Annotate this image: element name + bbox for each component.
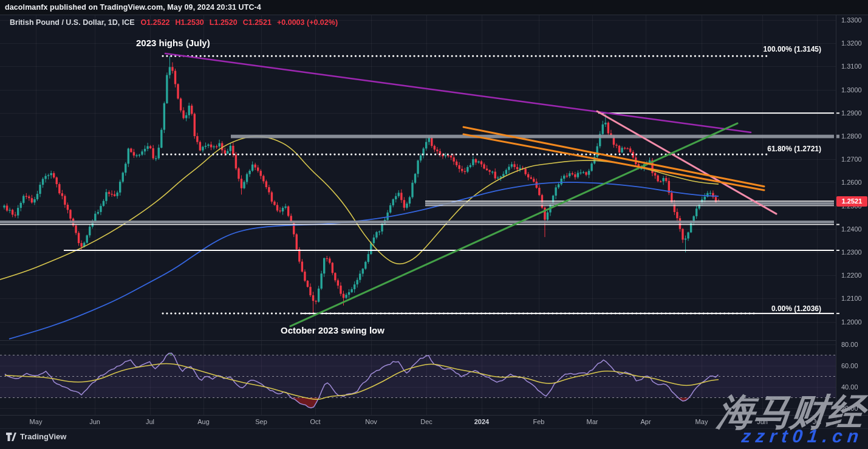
price-tick-label: 1.2900	[841, 109, 862, 117]
time-tick-label: Mar	[579, 418, 606, 425]
rsi-tick-label: 60.00	[841, 362, 858, 369]
time-tick-label: 2024	[468, 418, 495, 425]
symbol-legend[interactable]: British Pound / U.S. Dollar, 1D, ICE O1.…	[10, 18, 338, 27]
time-tick-label: Feb	[525, 418, 552, 425]
price-tick-label: 1.3300	[841, 16, 862, 24]
legend-ohlc-item: C1.2521	[243, 18, 272, 27]
publisher-line: dacolmanfx published on TradingView.com,…	[5, 3, 261, 12]
price-tick-label: 1.2100	[841, 295, 862, 302]
legend-ohlc-item: O1.2522	[141, 18, 170, 27]
annotation-october-low: October 2023 swing low	[281, 325, 384, 335]
last-price-badge: 1.2521	[836, 196, 867, 207]
time-tick-label: Dec	[413, 418, 440, 425]
symbol-title: British Pound / U.S. Dollar, 1D, ICE	[10, 18, 135, 27]
tradingview-logo-icon	[6, 433, 16, 441]
time-tick-label: Sep	[248, 418, 275, 425]
time-tick-label: Jul	[137, 418, 163, 425]
tradingview-attribution[interactable]: TradingView	[6, 432, 66, 441]
price-tick-label: 1.2200	[841, 272, 862, 279]
price-tick-label: 1.2400	[841, 225, 862, 233]
time-tick-label: May	[22, 418, 49, 425]
legend-ohlc-item: H1.2530	[176, 18, 204, 27]
watermark-url: zzrt01.cn	[740, 426, 864, 447]
legend-ohlc-item: +0.0003 (+0.02%)	[277, 18, 338, 27]
price-tick-label: 1.3100	[841, 63, 862, 70]
price-scale[interactable]: 1.33001.32001.31001.30001.29001.28001.27…	[836, 15, 868, 416]
annotation-2023-highs: 2023 highs (July)	[136, 38, 210, 48]
rsi-tick-label: 80.00	[841, 341, 858, 348]
tradingview-chart-screenshot: dacolmanfx published on TradingView.com,…	[0, 0, 868, 449]
fib-label-0: 0.00% (1.2036)	[724, 304, 821, 313]
chart-canvas[interactable]	[0, 0, 868, 449]
time-tick-label: Oct	[302, 418, 329, 425]
time-tick-label: Jun	[81, 418, 108, 425]
price-tick-label: 1.2700	[841, 156, 862, 163]
legend-ohlc-item: L1.2520	[210, 18, 238, 27]
time-scale[interactable]: MayJunJulAugSepOctNovDec2024FebMarAprMay…	[0, 416, 836, 429]
time-tick-label: Apr	[632, 418, 659, 425]
tradingview-logo-text: TradingView	[20, 432, 66, 441]
time-tick-label: May	[688, 418, 715, 425]
price-tick-label: 1.2000	[841, 318, 862, 326]
price-tick-label: 1.2600	[841, 179, 862, 186]
time-tick-label: Aug	[190, 418, 217, 425]
ohlc-readout: O1.2522H1.2530L1.2520C1.2521+0.0003 (+0.…	[141, 18, 338, 27]
price-tick-label: 1.2300	[841, 248, 862, 256]
price-tick-label: 1.3000	[841, 86, 862, 94]
fib-label-100: 100.00% (1.3145)	[724, 45, 821, 53]
price-tick-label: 1.2800	[841, 132, 862, 140]
time-tick-label: Nov	[358, 418, 384, 425]
fib-label-618: 61.80% (1.2721)	[724, 145, 821, 153]
price-tick-label: 1.3200	[841, 39, 862, 47]
